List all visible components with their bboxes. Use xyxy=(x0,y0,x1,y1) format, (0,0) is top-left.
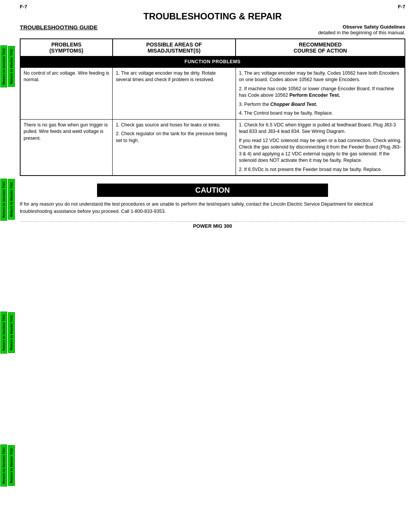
possible-gas-flow: 1. Check gas source and hoses for leaks … xyxy=(113,119,236,176)
recommended-arc-voltage: 1. The arc voltage encoder may be faulty… xyxy=(236,67,405,119)
problem-arc-voltage-text: No control of arc voltage. Wire feeding … xyxy=(24,70,109,83)
footer-label: POWER MIG 300 xyxy=(193,223,232,229)
caution-section: CAUTION If for any reason you do not und… xyxy=(20,184,405,215)
caution-text: If for any reason you do not understand … xyxy=(20,201,405,215)
safety-note-line2: detailed in the beginning of this manual… xyxy=(318,30,405,35)
rec-arc-4: 4. The Control board may be faulty. Repl… xyxy=(239,110,401,117)
side-tab-group-1: Return to Section TOC Return to Master T… xyxy=(0,45,15,87)
safety-note: Observe Safety Guidelines detailed in th… xyxy=(318,24,405,35)
function-problems-header: FUNCTION PROBLEMS xyxy=(20,56,405,67)
page-ref-left: F-7 xyxy=(20,4,27,10)
return-master-toc-3[interactable]: Return to Master TOC xyxy=(8,312,15,353)
safety-note-line1: Observe Safety Guidelines xyxy=(342,24,405,30)
problem-gas-flow: There is no gas flow when gun trigger is… xyxy=(20,119,113,176)
return-section-toc-4[interactable]: Return to Section TOC xyxy=(0,444,7,486)
return-section-toc-3[interactable]: Return to Section TOC xyxy=(0,312,7,353)
side-tab-group-4: Return to Section TOC Return to Master T… xyxy=(0,444,15,486)
page-header: F-7 F-7 xyxy=(20,4,405,10)
col-header-possible: POSSIBLE AREAS OFMISADJUSTMENT(S) xyxy=(113,39,236,56)
return-master-toc-1[interactable]: Return to Master TOC xyxy=(8,46,15,87)
col-header-problems: PROBLEMS(SYMPTOMS) xyxy=(20,39,113,56)
footer: POWER MIG 300 xyxy=(20,221,405,229)
table-header-row: PROBLEMS(SYMPTOMS) POSSIBLE AREAS OFMISA… xyxy=(20,39,405,56)
trouble-table: PROBLEMS(SYMPTOMS) POSSIBLE AREAS OFMISA… xyxy=(20,38,405,176)
page-ref-right: F-7 xyxy=(398,4,406,10)
function-problems-label: FUNCTION PROBLEMS xyxy=(20,56,405,67)
rec-arc-2: 2. If machine has code 10562 or lower ch… xyxy=(239,86,401,99)
guide-title: TROUBLESHOOTING GUIDE xyxy=(20,24,97,30)
main-content: F-7 F-7 TROUBLESHOOTING & REPAIR TROUBLE… xyxy=(16,0,411,233)
guide-header: TROUBLESHOOTING GUIDE Observe Safety Gui… xyxy=(20,24,405,35)
return-master-toc-2[interactable]: Return to Master TOC xyxy=(8,179,15,220)
return-section-toc-1[interactable]: Return to Section TOC xyxy=(0,45,7,87)
return-master-toc-4[interactable]: Return to Master TOC xyxy=(8,445,15,486)
problem-gas-flow-text: There is no gas flow when gun trigger is… xyxy=(24,122,108,141)
return-section-toc-2[interactable]: Return to Section TOC xyxy=(0,179,7,220)
possible-arc-voltage: 1. The arc voltage encoder may be dirty.… xyxy=(113,67,236,119)
page-title: TROUBLESHOOTING & REPAIR xyxy=(20,11,405,22)
side-tabs: Return to Section TOC Return to Master T… xyxy=(0,0,15,532)
col-header-recommended: RECOMMENDEDCOURSE OF ACTION xyxy=(236,39,405,56)
side-tab-group-2: Return to Section TOC Return to Master T… xyxy=(0,179,15,220)
rec-arc-3: 3. Perform the Chopper Board Test. xyxy=(239,101,401,108)
rec-gas-3: 2. If 6.5VDc is not present the Feeder b… xyxy=(239,166,401,173)
possible-gas-2: 2. Check regulator on the tank for the p… xyxy=(116,131,233,144)
side-tab-group-3: Return to Section TOC Return to Master T… xyxy=(0,312,15,353)
rec-arc-1: 1. The arc voltage encoder may be faulty… xyxy=(239,70,401,83)
rec-gas-1: 1. Check for 6.5 VDC when trigger is pul… xyxy=(239,122,401,135)
caution-title: CAUTION xyxy=(97,184,328,197)
table-row-gas-flow: There is no gas flow when gun trigger is… xyxy=(20,119,405,176)
table-row-arc-voltage: No control of arc voltage. Wire feeding … xyxy=(20,67,405,119)
rec-gas-2: If you read 12 VDC solenoid may be open … xyxy=(239,137,401,164)
possible-arc-voltage-text: 1. The arc voltage encoder may be dirty.… xyxy=(116,70,216,83)
recommended-gas-flow: 1. Check for 6.5 VDC when trigger is pul… xyxy=(236,119,405,176)
problem-arc-voltage: No control of arc voltage. Wire feeding … xyxy=(20,67,113,119)
possible-gas-1: 1. Check gas source and hoses for leaks … xyxy=(116,122,233,129)
